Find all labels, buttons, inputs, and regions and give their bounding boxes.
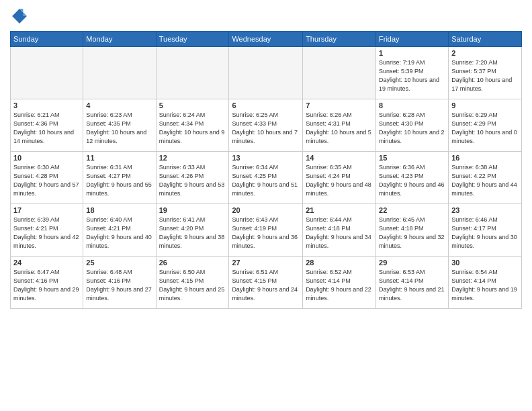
week-row-1: 1Sunrise: 7:19 AM Sunset: 5:39 PM Daylig…	[11, 47, 522, 99]
day-info: Sunrise: 6:24 AM Sunset: 4:34 PM Dayligh…	[159, 111, 226, 146]
week-row-4: 17Sunrise: 6:39 AM Sunset: 4:21 PM Dayli…	[11, 204, 522, 257]
day-cell: 30Sunrise: 6:54 AM Sunset: 4:14 PM Dayli…	[449, 257, 522, 309]
day-info: Sunrise: 6:50 AM Sunset: 4:15 PM Dayligh…	[159, 268, 226, 303]
day-info: Sunrise: 6:36 AM Sunset: 4:23 PM Dayligh…	[379, 163, 445, 198]
day-number: 25	[86, 259, 152, 267]
week-row-3: 10Sunrise: 6:30 AM Sunset: 4:28 PM Dayli…	[11, 152, 522, 204]
day-info: Sunrise: 6:40 AM Sunset: 4:21 PM Dayligh…	[86, 216, 152, 250]
day-cell: 4Sunrise: 6:23 AM Sunset: 4:35 PM Daylig…	[83, 99, 156, 152]
day-cell: 5Sunrise: 6:24 AM Sunset: 4:34 PM Daylig…	[156, 99, 229, 152]
day-cell: 18Sunrise: 6:40 AM Sunset: 4:21 PM Dayli…	[83, 204, 156, 257]
day-cell: 25Sunrise: 6:48 AM Sunset: 4:16 PM Dayli…	[83, 257, 156, 309]
weekday-header-monday: Monday	[83, 32, 156, 47]
day-info: Sunrise: 6:48 AM Sunset: 4:16 PM Dayligh…	[86, 268, 152, 303]
day-number: 22	[379, 206, 445, 214]
calendar: SundayMondayTuesdayWednesdayThursdayFrid…	[10, 31, 522, 309]
day-info: Sunrise: 6:52 AM Sunset: 4:14 PM Dayligh…	[306, 268, 373, 303]
week-row-2: 3Sunrise: 6:21 AM Sunset: 4:36 PM Daylig…	[11, 99, 522, 152]
day-number: 15	[379, 154, 445, 162]
day-info: Sunrise: 6:34 AM Sunset: 4:25 PM Dayligh…	[232, 163, 300, 198]
day-cell: 13Sunrise: 6:34 AM Sunset: 4:25 PM Dayli…	[229, 152, 303, 204]
day-cell: 28Sunrise: 6:52 AM Sunset: 4:14 PM Dayli…	[303, 257, 376, 309]
header	[10, 7, 522, 26]
day-info: Sunrise: 6:21 AM Sunset: 4:36 PM Dayligh…	[13, 111, 80, 146]
day-info: Sunrise: 6:35 AM Sunset: 4:24 PM Dayligh…	[306, 163, 373, 198]
weekday-header-thursday: Thursday	[303, 32, 376, 47]
day-number: 27	[232, 259, 300, 267]
day-number: 12	[159, 154, 226, 162]
day-cell: 17Sunrise: 6:39 AM Sunset: 4:21 PM Dayli…	[11, 204, 83, 257]
day-cell: 2Sunrise: 7:20 AM Sunset: 5:37 PM Daylig…	[449, 47, 522, 99]
day-cell	[229, 47, 303, 99]
day-number: 24	[13, 259, 80, 267]
day-number: 6	[232, 101, 300, 109]
day-number: 14	[306, 154, 373, 162]
day-cell: 14Sunrise: 6:35 AM Sunset: 4:24 PM Dayli…	[303, 152, 376, 204]
day-cell: 7Sunrise: 6:26 AM Sunset: 4:31 PM Daylig…	[303, 99, 376, 152]
day-info: Sunrise: 6:46 AM Sunset: 4:17 PM Dayligh…	[451, 216, 519, 250]
day-number: 4	[86, 101, 152, 109]
day-number: 20	[232, 206, 300, 214]
weekday-header-saturday: Saturday	[449, 32, 522, 47]
day-info: Sunrise: 6:29 AM Sunset: 4:29 PM Dayligh…	[451, 111, 519, 146]
day-info: Sunrise: 6:23 AM Sunset: 4:35 PM Dayligh…	[86, 111, 152, 146]
day-info: Sunrise: 6:39 AM Sunset: 4:21 PM Dayligh…	[13, 216, 80, 250]
weekday-header-row: SundayMondayTuesdayWednesdayThursdayFrid…	[11, 32, 522, 47]
day-cell: 10Sunrise: 6:30 AM Sunset: 4:28 PM Dayli…	[11, 152, 83, 204]
day-cell: 24Sunrise: 6:47 AM Sunset: 4:16 PM Dayli…	[11, 257, 83, 309]
day-number: 17	[13, 206, 80, 214]
weekday-header-sunday: Sunday	[11, 32, 83, 47]
weekday-header-wednesday: Wednesday	[229, 32, 303, 47]
day-number: 10	[13, 154, 80, 162]
weekday-header-tuesday: Tuesday	[156, 32, 229, 47]
day-number: 26	[159, 259, 226, 267]
day-number: 28	[306, 259, 373, 267]
day-number: 1	[379, 49, 445, 57]
day-cell: 1Sunrise: 7:19 AM Sunset: 5:39 PM Daylig…	[376, 47, 449, 99]
day-info: Sunrise: 6:54 AM Sunset: 4:14 PM Dayligh…	[451, 268, 519, 303]
day-cell: 11Sunrise: 6:31 AM Sunset: 4:27 PM Dayli…	[83, 152, 156, 204]
day-number: 23	[451, 206, 519, 214]
day-cell: 23Sunrise: 6:46 AM Sunset: 4:17 PM Dayli…	[449, 204, 522, 257]
day-info: Sunrise: 6:30 AM Sunset: 4:28 PM Dayligh…	[13, 163, 80, 198]
day-cell: 29Sunrise: 6:53 AM Sunset: 4:14 PM Dayli…	[376, 257, 449, 309]
day-cell: 8Sunrise: 6:28 AM Sunset: 4:30 PM Daylig…	[376, 99, 449, 152]
day-number: 16	[451, 154, 519, 162]
day-cell: 3Sunrise: 6:21 AM Sunset: 4:36 PM Daylig…	[11, 99, 83, 152]
day-number: 5	[159, 101, 226, 109]
logo	[10, 7, 32, 26]
day-cell: 27Sunrise: 6:51 AM Sunset: 4:15 PM Dayli…	[229, 257, 303, 309]
day-info: Sunrise: 6:38 AM Sunset: 4:22 PM Dayligh…	[451, 163, 519, 198]
day-cell	[303, 47, 376, 99]
day-cell: 6Sunrise: 6:25 AM Sunset: 4:33 PM Daylig…	[229, 99, 303, 152]
day-info: Sunrise: 6:51 AM Sunset: 4:15 PM Dayligh…	[232, 268, 300, 303]
day-cell: 16Sunrise: 6:38 AM Sunset: 4:22 PM Dayli…	[449, 152, 522, 204]
day-number: 19	[159, 206, 226, 214]
day-number: 13	[232, 154, 300, 162]
day-number: 21	[306, 206, 373, 214]
weekday-header-friday: Friday	[376, 32, 449, 47]
day-number: 11	[86, 154, 152, 162]
day-cell: 9Sunrise: 6:29 AM Sunset: 4:29 PM Daylig…	[449, 99, 522, 152]
day-info: Sunrise: 6:28 AM Sunset: 4:30 PM Dayligh…	[379, 111, 445, 146]
day-number: 9	[451, 101, 519, 109]
day-cell: 12Sunrise: 6:33 AM Sunset: 4:26 PM Dayli…	[156, 152, 229, 204]
day-number: 8	[379, 101, 445, 109]
day-info: Sunrise: 6:31 AM Sunset: 4:27 PM Dayligh…	[86, 163, 152, 198]
day-number: 18	[86, 206, 152, 214]
page: SundayMondayTuesdayWednesdayThursdayFrid…	[0, 0, 532, 411]
day-info: Sunrise: 7:19 AM Sunset: 5:39 PM Dayligh…	[379, 58, 445, 93]
day-cell	[156, 47, 229, 99]
day-info: Sunrise: 6:45 AM Sunset: 4:18 PM Dayligh…	[379, 216, 445, 250]
logo-icon	[10, 7, 29, 26]
day-info: Sunrise: 6:25 AM Sunset: 4:33 PM Dayligh…	[232, 111, 300, 146]
day-cell	[83, 47, 156, 99]
day-info: Sunrise: 6:43 AM Sunset: 4:19 PM Dayligh…	[232, 216, 300, 250]
day-info: Sunrise: 6:44 AM Sunset: 4:18 PM Dayligh…	[306, 216, 373, 250]
day-info: Sunrise: 6:33 AM Sunset: 4:26 PM Dayligh…	[159, 163, 226, 198]
day-cell	[11, 47, 83, 99]
day-cell: 15Sunrise: 6:36 AM Sunset: 4:23 PM Dayli…	[376, 152, 449, 204]
day-info: Sunrise: 7:20 AM Sunset: 5:37 PM Dayligh…	[451, 58, 519, 93]
day-cell: 26Sunrise: 6:50 AM Sunset: 4:15 PM Dayli…	[156, 257, 229, 309]
day-number: 2	[451, 49, 519, 57]
